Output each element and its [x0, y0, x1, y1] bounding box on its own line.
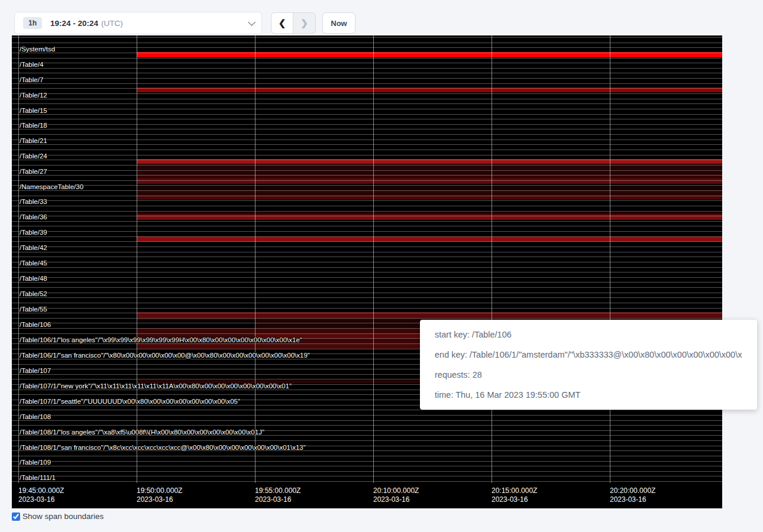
span-boundary-line — [12, 461, 722, 462]
span-boundary-line — [12, 277, 722, 278]
row-key-label: /Table/7 — [20, 76, 43, 83]
row-key-label: /Table/108/1/"los angeles"/"\xa8\xf5\u00… — [20, 429, 264, 436]
row-key-label: /Table/107/1/"seattle"/"UUUUUUD\x00\x80\… — [20, 398, 240, 405]
row-key-label: /Table/4 — [20, 61, 43, 68]
span-boundary-line — [12, 262, 722, 262]
previous-interval-button[interactable]: ❮ — [271, 12, 293, 34]
span-boundary-line — [12, 180, 722, 181]
heat-band[interactable] — [137, 179, 722, 184]
row-key-label: /Table/12 — [20, 92, 47, 99]
row-key-label: /Table/52 — [20, 290, 47, 297]
chevron-down-icon — [248, 18, 256, 26]
chevron-right-icon: ❯ — [300, 18, 308, 28]
row-key-label: /Table/15 — [20, 107, 47, 114]
axis-tick-time: 20:10:00.000Z — [373, 486, 419, 495]
span-boundary-line — [12, 221, 722, 222]
span-tooltip: start key: /Table/106 end key: /Table/10… — [420, 320, 757, 410]
row-key-label: /Table/45 — [20, 259, 47, 267]
row-key-label: /Table/33 — [20, 198, 47, 205]
span-boundary-line — [12, 420, 722, 421]
span-boundary-line — [12, 297, 722, 298]
span-boundary-line — [12, 103, 722, 104]
time-gridline — [610, 35, 610, 483]
next-interval-button[interactable]: ❯ — [293, 12, 316, 34]
row-key-label: /Table/108/1/"san francisco"/"\x8c\xcc\x… — [20, 444, 306, 451]
span-boundary-line — [12, 73, 722, 73]
axis-tick-date: 2023-03-16 — [18, 495, 54, 504]
span-boundary-line — [12, 471, 722, 472]
span-boundary-line — [12, 308, 722, 309]
time-range-selector[interactable]: 1h 19:24 - 20:24 (UTC) — [14, 12, 262, 34]
row-key-label: /Table/36 — [20, 213, 47, 220]
row-key-label: /System/tsd — [20, 46, 55, 53]
span-boundary-line — [12, 68, 722, 69]
span-boundary-line — [12, 252, 722, 252]
span-boundary-line — [12, 282, 722, 283]
span-boundary-line — [12, 150, 722, 150]
span-boundary-line — [12, 206, 722, 206]
span-boundary-line — [12, 43, 722, 43]
span-boundary-line — [12, 425, 722, 426]
span-boundary-line — [12, 63, 722, 63]
row-key-label: /Table/18 — [20, 122, 47, 129]
row-key-label: /Table/106 — [20, 321, 51, 328]
row-key-label: /Table/107 — [20, 367, 51, 374]
row-key-label: /Table/107/1/"new york"/"\x11\x11\x11\x1… — [20, 382, 292, 390]
span-boundary-line — [12, 129, 722, 129]
tooltip-start-key: start key: /Table/106 — [435, 325, 742, 345]
span-boundary-line — [12, 134, 722, 135]
span-boundary-line — [12, 119, 722, 119]
tooltip-end-key: end key: /Table/106/1/"amsterdam"/"\xb33… — [435, 345, 742, 365]
axis-tick-time: 20:15:00.000Z — [492, 486, 537, 495]
span-boundary-line — [12, 78, 722, 79]
span-boundary-line — [12, 246, 722, 247]
now-button[interactable]: Now — [322, 12, 355, 34]
span-boundary-line — [12, 257, 722, 257]
span-boundary-line — [12, 93, 722, 94]
span-boundary-line — [12, 144, 722, 145]
axis-tick-time: 19:50:00.000Z — [137, 486, 182, 495]
axis-tick-time: 19:55:00.000Z — [255, 486, 300, 495]
row-key-label: /Table/108 — [20, 413, 51, 420]
span-boundary-line — [12, 318, 722, 319]
span-boundary-line — [12, 99, 722, 99]
span-boundary-line — [12, 47, 722, 48]
row-key-label: /Table/48 — [20, 275, 47, 282]
row-key-label: /Table/109 — [20, 459, 51, 466]
span-boundary-line — [12, 165, 722, 166]
span-boundary-line — [12, 226, 722, 226]
span-boundary-line — [12, 58, 722, 59]
span-boundary-line — [12, 241, 722, 242]
tooltip-requests: requests: 28 — [435, 365, 742, 385]
axis-tick-time: 19:45:00.000Z — [18, 486, 64, 495]
row-key-label: /Table/39 — [20, 229, 47, 236]
show-span-boundaries-checkbox[interactable] — [12, 512, 20, 521]
row-key-label: /Table/27 — [20, 168, 47, 175]
span-boundary-line — [12, 466, 722, 466]
span-boundary-line — [12, 200, 722, 201]
time-range-text: 19:24 - 20:24 — [50, 19, 98, 28]
row-key-label: /Table/106/1/"san francisco"/"\x80\x00\x… — [20, 352, 310, 359]
span-boundary-line — [12, 303, 722, 303]
span-boundary-line — [12, 190, 722, 191]
span-boundary-line — [12, 124, 722, 125]
span-boundary-line — [12, 476, 722, 476]
axis-tick-time: 20:20:00.000Z — [610, 486, 655, 495]
tooltip-time: time: Thu, 16 Mar 2023 19:55:00 GMT — [435, 385, 742, 405]
time-gridline — [18, 35, 19, 483]
span-boundary-line — [12, 53, 722, 53]
axis-tick-date: 2023-03-16 — [255, 495, 291, 504]
time-gridline — [137, 35, 137, 483]
key-visualizer-heatmap[interactable]: /System/tsd/Table/4/Table/7/Table/12/Tab… — [12, 35, 722, 508]
row-key-label: /Table/24 — [20, 153, 47, 160]
axis-tick-date: 2023-03-16 — [137, 495, 173, 504]
key-visualizer-page: { "toolbar": { "duration_badge": "1h", "… — [0, 0, 763, 532]
span-boundary-line — [12, 415, 722, 416]
time-nav-group: ❮ ❯ — [271, 12, 316, 34]
span-boundary-line — [12, 313, 722, 313]
span-boundary-line — [12, 37, 722, 38]
span-boundary-line — [12, 410, 722, 410]
span-boundary-line — [12, 287, 722, 288]
span-boundary-line — [12, 440, 722, 441]
span-boundary-line — [12, 185, 722, 186]
